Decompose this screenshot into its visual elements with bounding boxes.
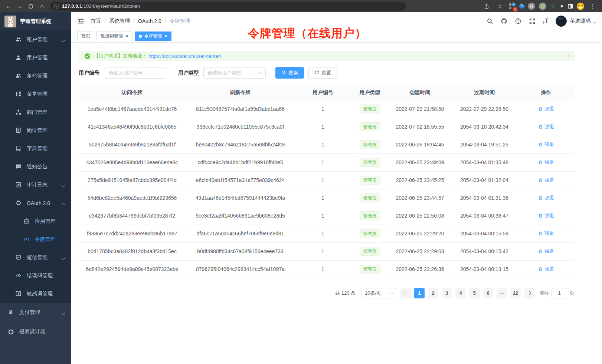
search-button[interactable]: 搜索 [275,67,304,79]
sidebar-item[interactable]: 错误码管理 [0,267,71,285]
sidebar-item[interactable]: 租户管理 [0,30,71,49]
close-icon[interactable]: × [567,53,570,59]
extensions-icon[interactable]: 9 [508,3,516,10]
sidebar-item[interactable]: 字典管理 [0,139,71,158]
gem-extension-icon[interactable] [519,3,525,9]
breadcrumb-item[interactable]: 令牌管理 [161,18,190,24]
sidebar-menu-bottom: ¥ 支付管理 报表设计器 [0,303,71,341]
delete-icon [538,267,543,271]
user-type-select[interactable]: 请选择用户类型 [203,67,266,79]
sidebar-item[interactable]: 敏感词管理 [0,285,71,303]
sidebar-item[interactable]: 短信管理 [0,248,71,267]
browser-back-icon[interactable]: ← [4,1,13,11]
app-logo[interactable]: 芋道管理系统 [0,12,71,30]
filter-form: 用户编号 用户类型 请选择用户类型 搜索 重置 [79,67,575,79]
bookmark-star-icon[interactable]: ☆ [495,1,505,11]
force-logout-button[interactable]: 强退 [538,106,554,112]
sidebar-item[interactable]: A 令牌管理 [0,230,71,248]
help-icon[interactable] [514,18,521,25]
sidebar-item[interactable]: 岗位管理 [0,121,71,139]
table-row: 1ea5e44f8bc1467aaede43144f31de76 811c530… [79,100,575,118]
goto-page-input[interactable] [552,288,567,298]
breadcrumb-item[interactable]: OAuth 2.0 [130,18,161,24]
sidebar-item[interactable]: 报表设计器 [0,322,71,341]
page-button[interactable]: 2 [428,288,438,298]
sidebar-item[interactable]: 通知公告 [0,158,71,176]
refresh-token-cell: 9ce8ef2aa9f14056b831ae9b608e28d5 [186,207,295,225]
star-extension-icon[interactable]: ☆ [550,2,556,10]
book-icon [15,291,22,297]
action-cell: 强退 [518,100,575,118]
breadcrumb-item[interactable]: 系统管理 [101,18,130,24]
tab[interactable]: 令牌管理 ✕ [135,32,171,41]
browser-reload-icon[interactable] [26,1,36,11]
created-time-cell: 2022-06-26 18:04:46 [389,136,451,153]
sidebar-item[interactable]: 应用管理 [0,212,71,230]
force-logout-button[interactable]: 强退 [538,141,554,148]
share-icon[interactable] [482,1,491,11]
site-info-icon[interactable]: i [54,4,59,9]
user-type-tag: 管理员 [360,211,380,220]
sidebar-item[interactable]: 用户管理 [0,49,71,67]
page-button[interactable]: 4 [455,288,466,298]
sidebar-item[interactable]: 审计日志 [0,176,71,194]
table-row: 275e5de9151045fe87cbdc395e004f4d e6cfd40… [79,171,575,189]
record-extension-icon[interactable] [539,3,546,10]
page-button[interactable]: 6 [483,288,493,298]
close-icon[interactable]: ✕ [125,34,128,38]
sidebar-item-label: 报表设计器 [19,328,45,335]
user-type-cell: 管理员 [351,100,389,118]
force-logout-button[interactable]: 强退 [538,195,554,201]
page-button[interactable]: 1 [414,288,425,298]
reset-button[interactable]: 重置 [308,67,337,79]
sidebar-item[interactable]: 菜单管理 [0,85,71,103]
table-row: c342377bf8b344799dcbf7bf095287f2 9ce8ef2… [79,207,575,225]
user-type-label: 用户类型 [178,70,199,76]
page-size-select[interactable]: 10条/页 [361,288,397,298]
command-extension-icon[interactable]: ⌘ [528,3,535,10]
sidebar-collapse-icon[interactable] [77,17,85,25]
force-logout-button[interactable]: 强退 [538,266,554,272]
page-button[interactable]: 5 [469,288,480,298]
post-icon [15,127,22,134]
page-button[interactable]: ··· [497,288,507,298]
github-icon[interactable] [500,18,507,25]
expire-time-cell: 2054-03-10 20:42:34 [451,118,518,136]
force-logout-button[interactable]: 强退 [538,177,554,183]
browser-menu-icon[interactable]: ⋮ [588,1,598,11]
user-menu[interactable]: 芋道源码 [556,16,596,27]
browser-forward-icon[interactable]: → [15,1,24,11]
force-logout-button[interactable]: 强退 [538,159,554,166]
page-button[interactable]: 12 [510,288,521,298]
sidebar-item[interactable]: ¥ 支付管理 [0,303,71,322]
force-logout-button[interactable]: 强退 [538,248,554,255]
font-size-icon[interactable]: TT [543,18,549,24]
action-cell: 强退 [518,153,575,171]
table-header-row: 访问令牌 刷新令牌 用户编号 用户类型 创建时间 过期时间 操作 [79,85,575,100]
address-bar[interactable]: i 127.0.0.1:1024/system/oauth2/token [50,2,406,11]
user-type-tag: 管理员 [360,247,380,256]
search-icon[interactable] [486,18,493,25]
doc-link[interactable]: https://doc.iocoder.cn/user-center/ [148,53,221,59]
close-icon[interactable]: ✕ [164,34,167,38]
sidebar-item[interactable]: 角色管理 [0,67,71,85]
sparkle-extension-icon[interactable]: ✦ [559,3,564,10]
force-logout-button[interactable]: 强退 [538,230,554,237]
tab[interactable]: 敏感词管理 ✕ [96,32,132,41]
force-logout-button[interactable]: 强退 [538,123,554,130]
page-button[interactable]: 3 [442,288,452,298]
breadcrumb-item[interactable]: 首页 [91,18,101,24]
sidebar-item[interactable]: 部门管理 [0,103,71,121]
fullscreen-icon[interactable] [529,18,536,25]
prev-page-button[interactable] [400,288,411,298]
side-panel-icon[interactable] [568,4,573,9]
tab[interactable]: 首页 ✕ [77,32,94,41]
user-id-input[interactable] [104,67,166,79]
force-logout-button[interactable]: 强退 [538,212,554,219]
emoji-extension-icon[interactable] [577,3,584,10]
next-page-button[interactable] [524,288,534,298]
sidebar-item[interactable]: OAuth 2.0 [0,194,71,212]
table-row: 6d842e2924594de9a09e45e087323abe 8796295… [79,260,575,278]
browser-home-icon[interactable]: ⌂ [37,1,47,11]
check-circle-icon [85,53,90,59]
